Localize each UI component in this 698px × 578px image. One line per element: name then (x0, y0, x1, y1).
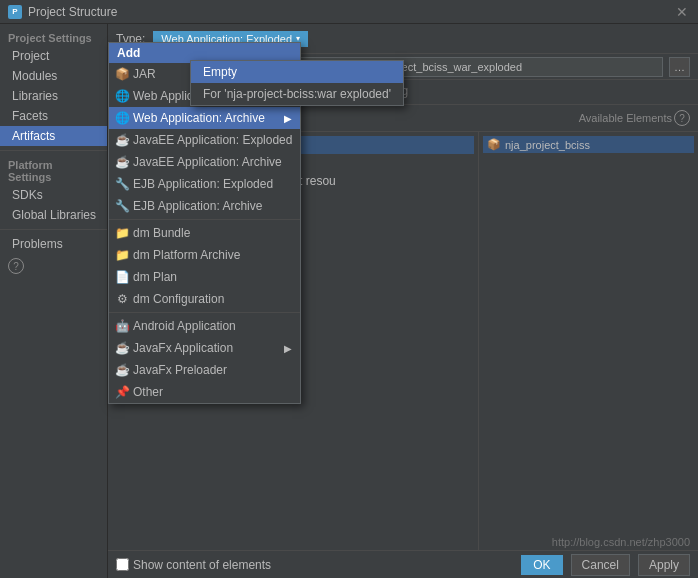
menu-item-ejb-archive[interactable]: 🔧 EJB Application: Archive (109, 195, 300, 217)
help-icon[interactable]: ? (8, 258, 24, 274)
menu-item-javaee-archive[interactable]: ☕ JavaEE Application: Archive (109, 151, 300, 173)
web-exploded-icon: 🌐 (115, 89, 129, 103)
submenu-item-empty[interactable]: Empty (191, 61, 403, 83)
menu-item-dm-plan[interactable]: 📄 dm Plan (109, 266, 300, 288)
browse-button[interactable]: … (669, 57, 690, 77)
show-content-checkbox[interactable] (116, 558, 129, 571)
show-content-checkbox-row: Show content of elements (116, 558, 271, 572)
menu-separator-2 (109, 312, 300, 313)
avail-item-label: nja_project_bciss (505, 139, 590, 151)
android-icon: 🤖 (115, 319, 129, 333)
watermark-text: http://blog.csdn.net/zhp3000 (552, 536, 690, 548)
web-archive-submenu: Empty For 'nja-project-bciss:war explode… (190, 60, 404, 106)
sidebar-item-sdks[interactable]: SDKs (0, 185, 107, 205)
menu-item-javafx-app[interactable]: ☕ JavaFx Application ▶ (109, 337, 300, 359)
sidebar-item-facets[interactable]: Facets (0, 106, 107, 126)
sidebar-divider (0, 150, 107, 151)
javaee-exploded-icon: ☕ (115, 133, 129, 147)
dm-platform-icon: 📁 (115, 248, 129, 262)
menu-item-javaee-exploded-label: JavaEE Application: Exploded (133, 133, 292, 147)
sidebar-divider-2 (0, 229, 107, 230)
sidebar-item-libraries[interactable]: Libraries (0, 86, 107, 106)
available-help-icon[interactable]: ? (674, 110, 690, 126)
menu-item-jar-label: JAR (133, 67, 156, 81)
menu-separator-1 (109, 219, 300, 220)
menu-item-dm-plan-label: dm Plan (133, 270, 177, 284)
javafx-app-icon: ☕ (115, 341, 129, 355)
dm-bundle-icon: 📁 (115, 226, 129, 240)
show-content-label: Show content of elements (133, 558, 271, 572)
menu-item-other[interactable]: 📌 Other (109, 381, 300, 403)
menu-item-dm-bundle-label: dm Bundle (133, 226, 190, 240)
web-archive-icon: 🌐 (115, 111, 129, 125)
submenu-arrow-javafx: ▶ (284, 343, 292, 354)
submenu-arrow-web-archive: ▶ (284, 113, 292, 124)
avail-item-icon: 📦 (487, 138, 501, 151)
platform-settings-heading: Platform Settings (0, 155, 107, 185)
menu-item-other-label: Other (133, 385, 163, 399)
menu-item-dm-config[interactable]: ⚙ dm Configuration (109, 288, 300, 310)
available-elements-label: Available Elements (579, 112, 672, 124)
submenu-item-for-project[interactable]: For 'nja-project-bciss:war exploded' (191, 83, 403, 105)
menu-item-javaee-archive-label: JavaEE Application: Archive (133, 155, 282, 169)
jar-icon: 📦 (115, 67, 129, 81)
menu-item-android[interactable]: 🤖 Android Application (109, 315, 300, 337)
title-bar: P Project Structure ✕ (0, 0, 698, 24)
dm-config-icon: ⚙ (115, 292, 129, 306)
javaee-archive-icon: ☕ (115, 155, 129, 169)
project-settings-heading: Project Settings (0, 28, 107, 46)
dm-plan-icon: 📄 (115, 270, 129, 284)
menu-item-ejb-exploded-label: EJB Application: Exploded (133, 177, 273, 191)
apply-button[interactable]: Apply (638, 554, 690, 576)
ejb-exploded-icon: 🔧 (115, 177, 129, 191)
available-content: 📦 nja_project_bciss (479, 132, 698, 550)
available-item[interactable]: 📦 nja_project_bciss (483, 136, 694, 153)
main-layout: Project Settings Project Modules Librari… (0, 24, 698, 578)
menu-item-javafx-preloader[interactable]: ☕ JavaFx Preloader (109, 359, 300, 381)
sidebar-item-modules[interactable]: Modules (0, 66, 107, 86)
menu-item-dm-platform[interactable]: 📁 dm Platform Archive (109, 244, 300, 266)
available-panel: 📦 nja_project_bciss (478, 132, 698, 550)
cancel-button[interactable]: Cancel (571, 554, 630, 576)
ejb-archive-icon: 🔧 (115, 199, 129, 213)
menu-item-dm-platform-label: dm Platform Archive (133, 248, 240, 262)
window-title: Project Structure (28, 5, 117, 19)
menu-item-web-archive-label: Web Application: Archive (133, 111, 265, 125)
menu-item-ejb-exploded[interactable]: 🔧 EJB Application: Exploded (109, 173, 300, 195)
other-icon: 📌 (115, 385, 129, 399)
sidebar-item-artifacts[interactable]: Artifacts (0, 126, 107, 146)
ok-button[interactable]: OK (521, 555, 562, 575)
close-button[interactable]: ✕ (674, 4, 690, 20)
sidebar: Project Settings Project Modules Librari… (0, 24, 108, 578)
menu-item-android-label: Android Application (133, 319, 236, 333)
menu-item-javafx-app-label: JavaFx Application (133, 341, 233, 355)
menu-item-dm-bundle[interactable]: 📁 dm Bundle (109, 222, 300, 244)
menu-item-web-archive[interactable]: 🌐 Web Application: Archive ▶ (109, 107, 300, 129)
menu-item-ejb-archive-label: EJB Application: Archive (133, 199, 262, 213)
menu-item-javafx-preloader-label: JavaFx Preloader (133, 363, 227, 377)
menu-item-javaee-exploded[interactable]: ☕ JavaEE Application: Exploded (109, 129, 300, 151)
javafx-preloader-icon: ☕ (115, 363, 129, 377)
sidebar-item-problems[interactable]: Problems (0, 234, 107, 254)
sidebar-item-project[interactable]: Project (0, 46, 107, 66)
app-icon: P (8, 5, 22, 19)
menu-item-dm-config-label: dm Configuration (133, 292, 224, 306)
bottom-bar: Show content of elements OK Cancel Apply (108, 550, 698, 578)
sidebar-item-global-libraries[interactable]: Global Libraries (0, 205, 107, 225)
